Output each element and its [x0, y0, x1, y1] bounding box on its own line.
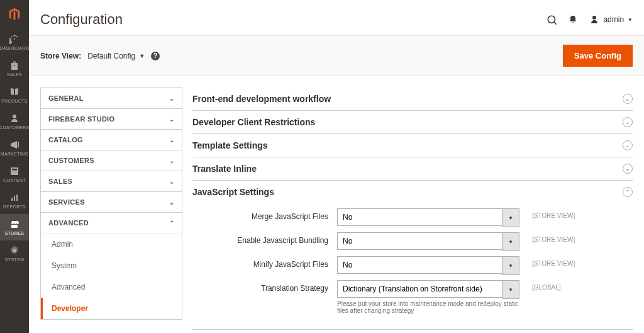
select-minify-js[interactable]: No — [337, 256, 519, 274]
field-label-bundle-js: Enable Javascript Bundling — [192, 232, 337, 245]
reports-icon — [9, 193, 19, 203]
sidebar-item-stores[interactable]: STORES — [0, 214, 29, 240]
search-icon[interactable] — [547, 14, 557, 25]
svg-rect-4 — [11, 198, 13, 201]
field-label-minify-js: Minify JavaScript Files — [192, 256, 337, 269]
config-group-customers[interactable]: CUSTOMERS⌄ — [41, 150, 182, 171]
magento-logo[interactable] — [0, 0, 29, 29]
scope-label: [STORE VIEW] — [519, 232, 595, 243]
chevron-down-icon: ▼ — [628, 17, 633, 23]
field-label-merge-js: Merge JavaScript Files — [192, 208, 337, 221]
chevron-down-icon: ⌄ — [169, 116, 174, 123]
config-item-developer[interactable]: Developer — [41, 298, 182, 319]
dashboard-icon — [9, 34, 19, 44]
admin-user-menu[interactable]: admin ▼ — [589, 14, 633, 25]
sidebar-item-products[interactable]: PRODUCTS — [0, 82, 29, 108]
chevron-down-icon: ⌄ — [169, 199, 174, 206]
stores-icon — [9, 219, 19, 229]
system-icon — [9, 246, 19, 256]
config-group-general[interactable]: GENERAL⌄ — [41, 88, 182, 108]
config-group-firebear[interactable]: FIREBEAR STUDIO⌄ — [41, 109, 182, 129]
config-group-services[interactable]: SERVICES⌄ — [41, 192, 182, 212]
select-translation-strategy[interactable]: Dictionary (Translation on Storefront si… — [337, 280, 519, 298]
help-icon[interactable]: ? — [151, 52, 160, 60]
chevron-down-icon: ⌄ — [169, 137, 174, 144]
section-client-restrictions[interactable]: Developer Client Restrictions⌄ — [192, 111, 633, 133]
section-css-settings[interactable]: CSS Settings⌃ — [192, 330, 633, 333]
expand-icon: ⌄ — [623, 117, 633, 127]
admin-sidebar: DASHBOARD SALES PRODUCTS CUSTOMERS MARKE… — [0, 0, 29, 333]
section-javascript-settings[interactable]: JavaScript Settings⌃ — [192, 181, 633, 203]
svg-point-8 — [548, 16, 555, 23]
expand-icon: ⌄ — [623, 140, 633, 150]
svg-point-0 — [13, 115, 16, 118]
page-title: Configuration — [40, 11, 547, 28]
section-translate-inline[interactable]: Translate Inline⌄ — [192, 157, 633, 180]
store-view-value[interactable]: Default Config — [87, 52, 135, 60]
chevron-down-icon: ⌄ — [169, 178, 174, 185]
main-area: Configuration admin ▼ Store View: Defaul… — [29, 0, 644, 333]
page-header: Configuration admin ▼ — [29, 0, 644, 35]
field-note: Please put your store into maintenance m… — [337, 300, 519, 314]
config-item-system[interactable]: System — [41, 255, 182, 276]
sidebar-item-reports[interactable]: REPORTS — [0, 188, 29, 214]
config-main: Front-end development workflow⌄ Develope… — [192, 87, 633, 333]
sales-icon — [9, 60, 19, 71]
config-nav: GENERAL⌄ FIREBEAR STUDIO⌄ CATALOG⌄ CUSTO… — [40, 87, 182, 333]
section-template-settings[interactable]: Template Settings⌄ — [192, 134, 633, 157]
sidebar-item-customers[interactable]: CUSTOMERS — [0, 108, 29, 135]
config-group-catalog[interactable]: CATALOG⌄ — [41, 130, 182, 150]
svg-rect-5 — [14, 196, 15, 201]
sidebar-item-dashboard[interactable]: DASHBOARD — [0, 29, 29, 55]
expand-icon: ⌄ — [623, 164, 633, 174]
field-label-translation-strategy: Translation Strategy — [192, 280, 337, 293]
chevron-down-icon: ⌄ — [169, 157, 174, 164]
expand-icon: ⌄ — [623, 94, 633, 104]
products-icon — [9, 87, 19, 97]
svg-rect-2 — [12, 169, 17, 170]
save-config-button[interactable]: Save Config — [563, 45, 633, 67]
customers-icon — [9, 113, 19, 123]
scope-label: [STORE VIEW] — [519, 208, 595, 219]
config-group-sales[interactable]: SALES⌄ — [41, 171, 182, 191]
section-frontend-workflow[interactable]: Front-end development workflow⌄ — [192, 87, 633, 110]
svg-point-9 — [592, 16, 596, 20]
store-view-bar: Store View: Default Config ▼ ? Save Conf… — [29, 35, 644, 76]
sidebar-item-marketing[interactable]: MARKETING — [0, 135, 29, 161]
select-bundle-js[interactable]: No — [337, 232, 519, 250]
config-item-admin[interactable]: Admin — [41, 234, 182, 255]
svg-rect-6 — [16, 195, 18, 201]
marketing-icon — [9, 140, 19, 150]
sidebar-item-system[interactable]: SYSTEM — [0, 240, 29, 267]
chevron-down-icon: ⌄ — [169, 95, 174, 102]
chevron-up-icon: ⌃ — [169, 220, 174, 227]
select-merge-js[interactable]: No — [337, 208, 519, 226]
scope-label: [GLOBAL] — [519, 280, 595, 291]
user-icon — [589, 14, 599, 25]
collapse-icon: ⌃ — [623, 187, 633, 197]
svg-rect-3 — [12, 171, 17, 171]
content-icon — [9, 166, 19, 176]
notifications-icon[interactable] — [568, 14, 578, 25]
sidebar-item-content[interactable]: CONTENT — [0, 161, 29, 188]
store-view-label: Store View: — [40, 52, 81, 60]
config-group-advanced[interactable]: ADVANCED⌃ — [41, 213, 182, 233]
scope-label: [STORE VIEW] — [519, 256, 595, 267]
sidebar-item-sales[interactable]: SALES — [0, 55, 29, 82]
chevron-down-icon[interactable]: ▼ — [139, 53, 145, 59]
config-item-advanced[interactable]: Advanced — [41, 276, 182, 298]
